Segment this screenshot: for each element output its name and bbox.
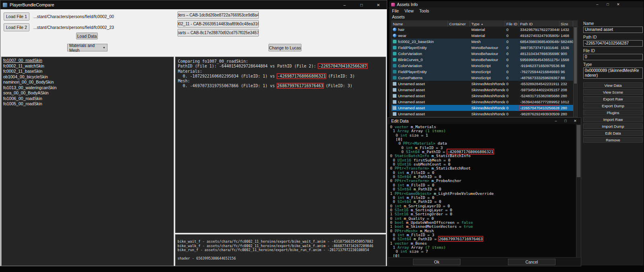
anim-output[interactable]: bike_wait_f - assets/chara/fc/fc0002_11_… bbox=[175, 234, 386, 266]
minimize-icon[interactable]: – bbox=[592, 1, 603, 8]
close-icon[interactable]: ✕ bbox=[370, 0, 387, 9]
detail-fields: NameUnnamed assetPath ID-226570470410256… bbox=[583, 21, 643, 79]
table-scrollbar[interactable] bbox=[573, 27, 577, 117]
monobehaviour-icon bbox=[393, 46, 396, 49]
annotation-box: 2686799761716976463 bbox=[439, 237, 483, 241]
load-data-button[interactable]: Load Data bbox=[76, 33, 98, 39]
asset-row[interactable]: Unnamed assetSkinnedMeshRenderer0-597345… bbox=[392, 87, 573, 93]
monobehaviour-icon bbox=[393, 52, 396, 55]
asset-row[interactable]: Unnamed assetSkinnedMeshRenderer0-653289… bbox=[392, 81, 573, 87]
asset-name: fc0002_23_baseSkin bbox=[398, 39, 434, 44]
file-1-path: ...stant/Characters/persons/field/fc0002… bbox=[33, 14, 114, 19]
edit-data-button[interactable]: Edit Data bbox=[583, 130, 643, 136]
minimize-icon[interactable]: – bbox=[336, 0, 353, 9]
plugins-button[interactable]: Plugins bbox=[583, 110, 643, 115]
compare-mode-combobox[interactable]: Materials and Mesh ▼ bbox=[67, 44, 107, 51]
asset-row[interactable]: Unnamed assetSkinnedMeshRenderer0-982876… bbox=[392, 111, 573, 117]
file-list-item[interactable]: fo1006_00_roadSkin bbox=[2, 96, 173, 102]
asset-name: Unnamed asset bbox=[398, 94, 425, 98]
scrollbar-thumb[interactable] bbox=[574, 27, 577, 84]
asset-row[interactable]: ColorVariationMonoScript0-91946237165097… bbox=[392, 63, 573, 69]
file-list-item[interactable]: ob1004_00_bicycleSkin bbox=[2, 74, 173, 80]
skin-list[interactable]: fo1007_00_roadSkinfc0002_11_watchSkinfc0… bbox=[1, 57, 174, 266]
file-list-item[interactable]: sora_00_00_BodyASkin bbox=[2, 90, 173, 96]
load-file-2-button[interactable]: Load File 2 bbox=[4, 23, 29, 31]
playerbundlecompare-window: PlayerBundleCompare – □ ✕ Load File 1 ..… bbox=[0, 0, 387, 266]
export-raw-button[interactable]: Export Raw bbox=[583, 96, 643, 102]
compare-output[interactable]: Comparing fo1007_00_roadSkin:PathID (Fil… bbox=[175, 57, 386, 233]
cab-bundle-button[interactable]: 1. shaders – CAB-1dc8d26be8722a766953ce9… bbox=[178, 11, 259, 19]
cancel-button[interactable]: Cancel bbox=[508, 259, 555, 265]
menu-file[interactable]: File bbox=[389, 8, 402, 13]
column-header-container[interactable]: Container bbox=[448, 21, 470, 27]
asset-row[interactable]: Unnamed assetSkinnedMeshRenderer0-226570… bbox=[392, 105, 573, 111]
import-dump-button[interactable]: Import Dump bbox=[583, 123, 643, 129]
file-list-item[interactable]: naminori_00_00_BodySkin bbox=[2, 80, 173, 85]
close-icon[interactable]: ✕ bbox=[570, 118, 580, 124]
compare-line: Mesh: bbox=[178, 79, 383, 84]
maximize-icon[interactable]: □ bbox=[561, 118, 570, 124]
asset-path-id: -5973450440224351576 bbox=[520, 88, 559, 92]
asset-path-id: -5248317153820856882 bbox=[520, 94, 559, 98]
export-dump-button[interactable]: Export Dump bbox=[583, 103, 643, 108]
skinnedmeshrenderer-icon bbox=[393, 88, 396, 92]
maximize-icon[interactable]: □ bbox=[353, 0, 370, 9]
asset-row[interactable]: Unnamed assetSkinnedMeshRenderer0-524831… bbox=[392, 93, 573, 99]
file-list-item[interactable]: fo1013_00_wateringcanSkin bbox=[2, 85, 173, 91]
client-area: Load File 1 ...stant/Characters/persons/… bbox=[0, 9, 387, 266]
asset-name: wear bbox=[398, 33, 407, 38]
asset-row[interactable]: wearMaterial049182740324793580541468 bbox=[392, 33, 573, 39]
type-field[interactable]: 0x00000089 (SkinnedMeshRenderer) bbox=[583, 67, 643, 79]
material-icon bbox=[393, 34, 396, 37]
change-to-lucas-button[interactable]: Change to Lucas bbox=[268, 44, 301, 51]
maximize-icon[interactable]: □ bbox=[603, 1, 613, 8]
column-header-size[interactable]: Size bbox=[559, 21, 573, 27]
menu-view[interactable]: View bbox=[402, 8, 417, 13]
asset-row[interactable]: FieldPlayerEntityMonoScript0-76272594421… bbox=[392, 69, 573, 75]
scrollbar-thumb[interactable] bbox=[577, 125, 580, 177]
edit-data-line: 0 int size = 1 bbox=[390, 133, 576, 137]
asset-row[interactable]: fc0002_23_baseSkinMesh068543980368540064… bbox=[392, 39, 573, 45]
asset-name: Unnamed asset bbox=[398, 88, 425, 92]
asset-row[interactable]: hairMaterial033429579178227304481432 bbox=[392, 27, 573, 33]
edit-data-tree[interactable]: 0 vector m_Materials1 Array Array (1 ite… bbox=[388, 124, 576, 257]
column-header-path-id[interactable]: Path ID bbox=[519, 21, 559, 27]
asset-row[interactable]: ColorVariationMonoBehaviour0481310434789… bbox=[392, 51, 573, 57]
file-list-item[interactable]: fo1007_00_roadSkin bbox=[2, 58, 173, 63]
asset-path-id: 4813104347898356980 bbox=[520, 51, 559, 56]
column-header-type[interactable]: Type▲ bbox=[470, 21, 505, 27]
asset-row[interactable]: BlinkCurves_0MonoBehaviour05956990645436… bbox=[392, 57, 573, 63]
edit-scrollbar[interactable] bbox=[576, 124, 581, 257]
view-scene-button[interactable]: View Scene bbox=[583, 89, 643, 95]
action-buttons: View DataView SceneExport RawExport Dump… bbox=[583, 82, 643, 143]
path-id-field[interactable]: -2265704704102566287 bbox=[583, 40, 643, 47]
anim-line: bike_run_f - assets/chara/fc/fc0002_11_h… bbox=[178, 248, 384, 252]
titlebar: Edit Data – □ ✕ bbox=[388, 118, 581, 124]
asset-row[interactable]: CurvePatternsMonoScript0-487667333259609… bbox=[392, 75, 573, 81]
file-list-item[interactable]: fc0002_11_watchSkin bbox=[2, 63, 173, 69]
asset-row[interactable]: FieldPlayerEntityMonoBehaviour0389735737… bbox=[392, 45, 573, 51]
cab-bundle-button[interactable]: 2. fc0002_11 - CAB-26639514483baf89b0c48… bbox=[178, 20, 259, 28]
asset-path-id: 4918274032479358054 bbox=[520, 33, 559, 38]
view-data-button[interactable]: View Data bbox=[583, 82, 643, 88]
import-raw-button[interactable]: Import Raw bbox=[583, 117, 643, 122]
cab-bundle-button-list: 1. shaders – CAB-1dc8d26be8722a766953ce9… bbox=[178, 11, 259, 37]
minimize-icon[interactable]: – bbox=[551, 118, 561, 124]
menu-tools[interactable]: Tools bbox=[417, 8, 432, 13]
file-id-field[interactable]: 0 bbox=[583, 54, 643, 60]
combobox-value: Materials and Mesh bbox=[69, 43, 103, 53]
name-field[interactable]: Unnamed asset bbox=[583, 27, 643, 33]
column-header-name[interactable]: Name bbox=[392, 21, 448, 27]
asset-row[interactable]: Unnamed assetSkinnedMeshRenderer0-363942… bbox=[392, 99, 573, 105]
cab-bundle-button[interactable]: 3. pc_parts – CAB-8c17e28870d92cd757f025… bbox=[178, 29, 259, 37]
load-file-1-button[interactable]: Load File 1 bbox=[4, 12, 29, 20]
asset-detail-panel: NameUnnamed assetPath ID-226570470410256… bbox=[583, 20, 643, 143]
remove-button[interactable]: Remove bbox=[583, 137, 643, 143]
file-list-item[interactable]: fc0002_11_baseSkin bbox=[2, 69, 173, 74]
close-icon[interactable]: ✕ bbox=[613, 1, 623, 8]
titlebar: PlayerBundleCompare – □ ✕ bbox=[0, 0, 387, 9]
ok-button[interactable]: Ok bbox=[413, 259, 460, 265]
column-header-file-id[interactable]: File ID bbox=[505, 21, 519, 27]
file-list-item[interactable]: fo1005_00_roadSkin bbox=[2, 101, 173, 107]
asset-path-id: -3639424667772899523 bbox=[520, 100, 559, 104]
